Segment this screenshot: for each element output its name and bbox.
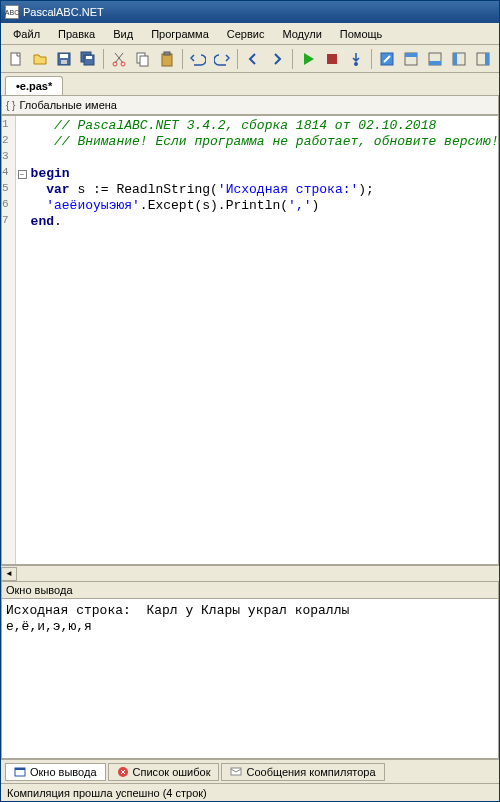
toolbar-panel5-button[interactable]: [472, 48, 494, 70]
svg-rect-0: [11, 53, 20, 65]
line-number: 2: [2, 134, 15, 150]
toolbar-panel4-button[interactable]: [448, 48, 470, 70]
tab-active-file[interactable]: •e.pas*: [5, 76, 63, 95]
svg-rect-23: [485, 53, 489, 65]
line-number: 3: [2, 150, 15, 166]
panel2-icon: [403, 51, 419, 67]
toolbar-open-button[interactable]: [29, 48, 51, 70]
toolbar-panel3-button[interactable]: [424, 48, 446, 70]
svg-rect-19: [429, 61, 441, 65]
panel5-icon: [475, 51, 491, 67]
app-icon: ABC: [5, 5, 19, 19]
new-icon: [8, 51, 24, 67]
save-icon: [56, 51, 72, 67]
code-line[interactable]: // Внимание! Если программа не работает,…: [31, 134, 499, 150]
bottom-tab-label: Список ошибок: [133, 766, 211, 778]
line-number: 4: [2, 166, 15, 182]
toolbar-panel1-button[interactable]: [376, 48, 398, 70]
menu-программа[interactable]: Программа: [143, 26, 217, 42]
fold-toggle-icon[interactable]: −: [18, 170, 27, 179]
svg-rect-12: [164, 52, 170, 55]
svg-rect-25: [15, 768, 25, 770]
fwd-icon: [269, 51, 285, 67]
line-gutter: 1234567: [2, 116, 16, 564]
toolbar-separator: [103, 49, 104, 69]
svg-rect-13: [327, 54, 337, 64]
line-number: 1: [2, 118, 15, 134]
msg-icon: [230, 766, 242, 778]
toolbar-run-button[interactable]: [297, 48, 319, 70]
bottom-tab-label: Сообщения компилятора: [246, 766, 375, 778]
toolbar-saveall-button[interactable]: [77, 48, 99, 70]
code-content[interactable]: // PascalABC.NET 3.4.2, сборка 1814 от 0…: [27, 116, 499, 564]
breadcrumb-icon: { }: [6, 100, 15, 111]
bottom-tab-window[interactable]: Окно вывода: [5, 763, 106, 781]
code-line[interactable]: // PascalABC.NET 3.4.2, сборка 1814 от 0…: [31, 118, 499, 134]
menu-помощь[interactable]: Помощь: [332, 26, 391, 42]
output-panel-body: Исходная строка: Карл у Клары украл кора…: [1, 599, 499, 759]
code-line[interactable]: 'аеёиоуыэюя'.Except(s).Println(','): [31, 198, 499, 214]
toolbar-fwd-button[interactable]: [266, 48, 288, 70]
line-number: 5: [2, 182, 15, 198]
toolbar-panel2-button[interactable]: [400, 48, 422, 70]
panel1-icon: [379, 51, 395, 67]
menu-файл[interactable]: Файл: [5, 26, 48, 42]
line-number: 7: [2, 214, 15, 230]
toolbar-separator: [292, 49, 293, 69]
breadcrumb-text: Глобальные имена: [19, 99, 117, 111]
toolbar-paste-button[interactable]: [156, 48, 178, 70]
toolbar-cut-button[interactable]: [108, 48, 130, 70]
bottom-tabs: Окно выводаСписок ошибокСообщения компил…: [1, 759, 499, 783]
cut-icon: [111, 51, 127, 67]
toolbar-redo-button[interactable]: [211, 48, 233, 70]
paste-icon: [159, 51, 175, 67]
svg-rect-21: [453, 53, 457, 65]
window-title: PascalABC.NET: [23, 6, 104, 18]
code-line[interactable]: var s := ReadlnString('Исходная строка:'…: [31, 182, 499, 198]
breadcrumb[interactable]: { } Глобальные имена: [1, 95, 499, 115]
toolbar-save-button[interactable]: [53, 48, 75, 70]
bottom-tab-msg[interactable]: Сообщения компилятора: [221, 763, 384, 781]
redo-icon: [214, 51, 230, 67]
menu-модули[interactable]: Модули: [274, 26, 329, 42]
toolbar: [1, 45, 499, 73]
menu-вид[interactable]: Вид: [105, 26, 141, 42]
toolbar-separator: [371, 49, 372, 69]
code-line[interactable]: begin: [31, 166, 499, 182]
toolbar-stepinto-button[interactable]: [345, 48, 367, 70]
toolbar-new-button[interactable]: [5, 48, 27, 70]
open-icon: [32, 51, 48, 67]
code-editor[interactable]: 1234567 − // PascalABC.NET 3.4.2, сборка…: [1, 115, 499, 565]
toolbar-undo-button[interactable]: [187, 48, 209, 70]
toolbar-separator: [237, 49, 238, 69]
output-panel-header: Окно вывода: [1, 581, 499, 599]
svg-rect-2: [60, 54, 68, 58]
editor-tabs: •e.pas*: [1, 73, 499, 95]
saveall-icon: [80, 51, 96, 67]
undo-icon: [190, 51, 206, 67]
menu-правка[interactable]: Правка: [50, 26, 103, 42]
stop-icon: [324, 51, 340, 67]
horizontal-scrollbar[interactable]: ◄: [1, 565, 499, 581]
line-number: 6: [2, 198, 15, 214]
toolbar-stop-button[interactable]: [321, 48, 343, 70]
bottom-tab-label: Окно вывода: [30, 766, 97, 778]
svg-rect-10: [140, 56, 148, 66]
code-line[interactable]: end.: [31, 214, 499, 230]
panel3-icon: [427, 51, 443, 67]
panel4-icon: [451, 51, 467, 67]
code-line[interactable]: [31, 150, 499, 166]
status-text: Компиляция прошла успешно (4 строк): [7, 787, 207, 799]
svg-rect-17: [405, 53, 417, 57]
menu-сервис[interactable]: Сервис: [219, 26, 273, 42]
menubar: ФайлПравкаВидПрограммаСервисМодулиПомощь: [1, 23, 499, 45]
copy-icon: [135, 51, 151, 67]
svg-rect-11: [162, 54, 172, 66]
toolbar-back-button[interactable]: [242, 48, 264, 70]
scroll-left-icon[interactable]: ◄: [1, 567, 17, 581]
back-icon: [245, 51, 261, 67]
toolbar-copy-button[interactable]: [132, 48, 154, 70]
svg-rect-6: [86, 56, 92, 59]
run-icon: [300, 51, 316, 67]
bottom-tab-error[interactable]: Список ошибок: [108, 763, 220, 781]
